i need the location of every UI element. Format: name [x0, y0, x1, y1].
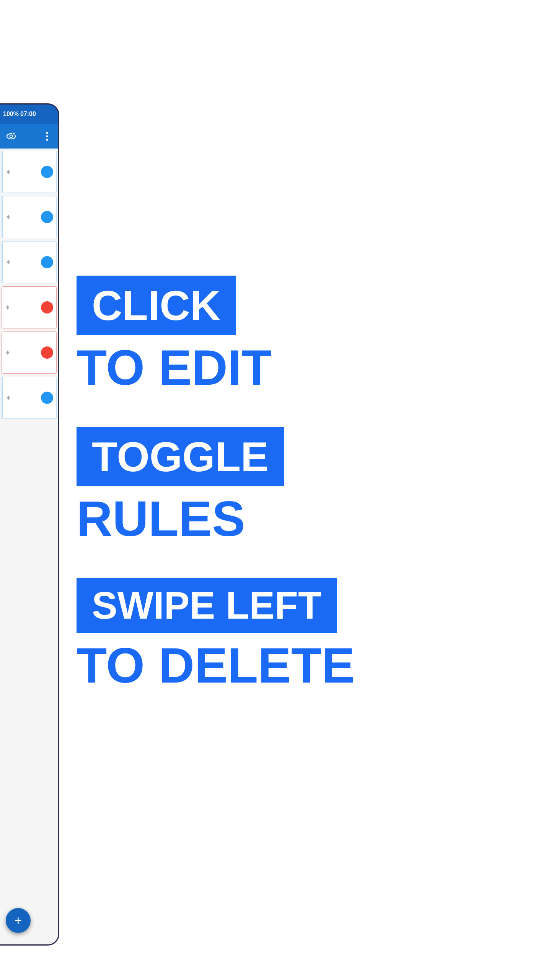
svg-point-1 [10, 135, 13, 137]
rule-item[interactable] [2, 332, 57, 374]
rule-status-dot [41, 301, 53, 314]
svg-marker-11 [7, 262, 10, 265]
rule-item[interactable] [2, 151, 57, 193]
phone-toolbar [0, 124, 58, 149]
sort-handle [6, 260, 11, 265]
svg-marker-14 [6, 350, 9, 353]
battery-text: 100% [3, 111, 19, 118]
rule-item[interactable] [2, 286, 57, 328]
svg-marker-12 [6, 305, 9, 307]
sort-handle [6, 395, 11, 400]
swipe-to-delete-section: SWIPE LEFT TO DELETE [77, 578, 536, 694]
toggle-rules-section: TOGGLE RULES [77, 427, 536, 547]
svg-marker-17 [7, 398, 10, 400]
rules-list: + [0, 149, 58, 944]
sort-handle [5, 350, 10, 355]
rule-status-dot [41, 256, 53, 268]
rule-status-dot [41, 166, 53, 178]
status-bar: 100% 07:00 [0, 105, 58, 124]
click-badge: CLICK [77, 276, 236, 335]
rule-status-dot [41, 392, 53, 404]
rule-item[interactable] [2, 196, 57, 238]
svg-marker-16 [7, 395, 10, 398]
svg-marker-10 [7, 260, 10, 262]
toolbar-more-icon[interactable] [40, 129, 54, 144]
svg-point-5 [46, 139, 48, 140]
sort-handle [5, 305, 10, 310]
rule-status-dot [41, 346, 53, 359]
rules-text: RULES [77, 490, 536, 547]
svg-marker-8 [7, 215, 10, 217]
svg-marker-6 [7, 170, 10, 172]
svg-point-4 [46, 135, 48, 137]
rule-item[interactable] [2, 241, 57, 283]
svg-marker-7 [7, 172, 10, 174]
instructions-panel: CLICK TO EDIT TOGGLE RULES SWIPE LEFT TO… [77, 276, 536, 725]
svg-marker-15 [6, 353, 9, 355]
toggle-badge: TOGGLE [77, 427, 284, 486]
time-text: 07:00 [20, 111, 36, 118]
svg-marker-13 [6, 307, 9, 310]
rule-status-dot [41, 211, 53, 223]
swipe-badge: SWIPE LEFT [77, 578, 337, 633]
sort-handle [6, 214, 11, 220]
svg-marker-9 [7, 217, 10, 219]
rule-item[interactable] [2, 377, 57, 419]
toolbar-eye-icon[interactable] [4, 129, 18, 144]
sort-handle [6, 169, 11, 175]
to-delete-text: TO DELETE [77, 637, 536, 694]
to-edit-text: TO EDIT [77, 339, 536, 396]
add-rule-fab[interactable]: + [6, 908, 31, 933]
svg-point-3 [46, 132, 48, 134]
click-to-edit-section: CLICK TO EDIT [77, 276, 536, 396]
phone-mockup: 100% 07:00 [0, 103, 59, 946]
